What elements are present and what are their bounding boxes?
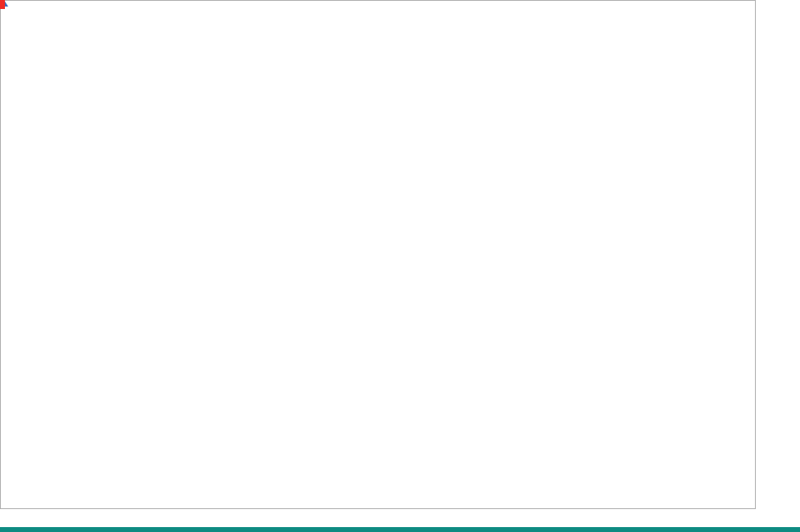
bottom-accent-bar — [0, 527, 800, 532]
chart-plot-area[interactable] — [0, 0, 756, 509]
current-price-marker — [0, 0, 5, 9]
chart-window — [0, 0, 800, 532]
